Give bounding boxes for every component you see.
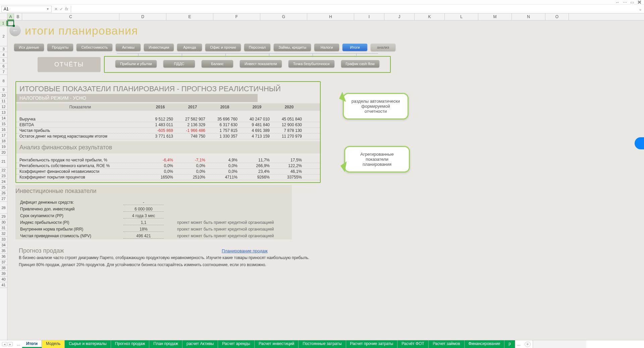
row-header-12[interactable]: 12: [0, 104, 7, 110]
row-header-31[interactable]: 31: [0, 225, 7, 231]
row-header-30[interactable]: 30: [0, 219, 7, 225]
row-header-19[interactable]: 19: [0, 144, 7, 150]
col-header-B[interactable]: B: [14, 13, 22, 20]
row-header-35[interactable]: 35: [0, 248, 7, 254]
row-header-20[interactable]: 20: [0, 150, 7, 155]
planning-sales-link[interactable]: Планирование продаж: [222, 248, 268, 253]
row-header-6[interactable]: 6: [0, 63, 7, 69]
cancel-icon[interactable]: ✕: [54, 7, 58, 11]
nav-Офис и прочие[interactable]: Офис и прочие: [205, 44, 240, 51]
row-header-14[interactable]: 14: [0, 115, 7, 121]
row-header-10[interactable]: 10: [0, 93, 7, 98]
expand-formula-icon[interactable]: ⌄: [637, 7, 644, 11]
col-header-M[interactable]: M: [478, 13, 512, 20]
col-header-F[interactable]: F: [213, 13, 260, 20]
row-header-9[interactable]: 9: [0, 87, 7, 93]
row-header-28[interactable]: 28: [0, 202, 7, 214]
row-header-7[interactable]: 7: [0, 69, 7, 75]
cell-value: 40 247 010: [241, 117, 273, 121]
row-header-1[interactable]: 1: [0, 20, 7, 26]
report-nav-Инвест показатели[interactable]: Инвест показатели: [240, 60, 282, 67]
row-header-40[interactable]: 40: [0, 277, 7, 282]
col-header-G[interactable]: G: [260, 13, 307, 20]
row-header-3[interactable]: 3: [0, 46, 7, 52]
report-nav-ПДДС[interactable]: ПДДС: [163, 60, 195, 67]
row-header-2[interactable]: 2: [0, 26, 7, 46]
row-header-26[interactable]: 26: [0, 190, 7, 196]
row-header-41[interactable]: 41: [0, 282, 7, 288]
row-header-17[interactable]: 17: [0, 133, 7, 138]
col-header-A[interactable]: A: [7, 13, 14, 20]
back-button[interactable]: ←: [9, 25, 21, 36]
row-header-29[interactable]: 29: [0, 214, 7, 219]
cell-value: 7 878 130: [273, 128, 305, 133]
col-header-L[interactable]: L: [445, 13, 478, 20]
confirm-icon[interactable]: ✓: [60, 7, 63, 11]
data-row: Чистая прибыль-605 869-1 966 4861 757 81…: [16, 128, 320, 134]
row-header-39[interactable]: 39: [0, 271, 7, 277]
col-header-C[interactable]: C: [22, 13, 119, 20]
row-header-21[interactable]: 21: [0, 155, 7, 167]
row-header-18[interactable]: 18: [0, 138, 7, 144]
col-header-J[interactable]: J: [384, 13, 415, 20]
row-header-13[interactable]: 13: [0, 110, 7, 115]
invest-row: Срок окупаемости (PP)4 года 3 мес: [15, 212, 292, 219]
nav-Займы, кредиты[interactable]: Займы, кредиты: [274, 44, 311, 51]
nav-Себестоимость[interactable]: Себестоимость: [76, 44, 112, 51]
col-header-K[interactable]: K: [415, 13, 445, 20]
row-header-24[interactable]: 24: [0, 179, 7, 185]
row-header-37[interactable]: 37: [0, 259, 7, 265]
row-header-5[interactable]: 5: [0, 58, 7, 63]
row-header-33[interactable]: 33: [0, 237, 7, 242]
nav-Аренда[interactable]: Аренда: [177, 44, 202, 51]
nav-анализ[interactable]: анализ: [371, 44, 395, 51]
col-header-D[interactable]: D: [119, 13, 166, 20]
resize-icon[interactable]: ↔: [615, 0, 620, 5]
col-header-E[interactable]: E: [166, 13, 213, 20]
row-header-4[interactable]: 4: [0, 52, 7, 58]
fx-icon[interactable]: fx: [65, 7, 68, 11]
invest-note: проект может быть принят кредитной орган…: [164, 220, 274, 225]
row-header-32[interactable]: 32: [0, 231, 7, 237]
row-header-15[interactable]: 15: [0, 121, 7, 127]
cell-value: 122,2%: [273, 163, 305, 168]
report-nav-Прибыли и убытки[interactable]: Прибыли и убытки: [115, 60, 157, 67]
nav-Итоги[interactable]: Итоги: [342, 44, 367, 51]
row-header-16[interactable]: 16: [0, 127, 7, 133]
row-header-34[interactable]: 34: [0, 242, 7, 248]
row-header-23[interactable]: 23: [0, 173, 7, 179]
report-nav-Точка безубыточноси[interactable]: Точка безубыточноси: [288, 60, 334, 67]
nav-Персонал[interactable]: Персонал: [244, 44, 271, 51]
nav-Инвестиции[interactable]: Инвестиции: [144, 44, 174, 51]
report-nav-Баланс[interactable]: Баланс: [202, 60, 233, 67]
nav-Продукты[interactable]: Продукты: [47, 44, 73, 51]
dropdown-icon[interactable]: ▼: [46, 7, 49, 11]
col-header-I[interactable]: I: [354, 13, 384, 20]
row-header-22[interactable]: 22: [0, 167, 7, 173]
formula-input[interactable]: [71, 6, 637, 12]
row-header-36[interactable]: 36: [0, 254, 7, 259]
col-header-N[interactable]: N: [512, 13, 545, 20]
side-fab-button[interactable]: [635, 137, 644, 149]
col-header-H[interactable]: H: [307, 13, 354, 20]
nav-Исх данные[interactable]: Исх данные: [14, 44, 44, 51]
select-all-corner[interactable]: [0, 13, 7, 20]
row-header-25[interactable]: 25: [0, 185, 7, 190]
restore-icon[interactable]: ▭: [630, 0, 634, 5]
spreadsheet-grid[interactable]: ← итоги планирования Исх данныеПродуктыС…: [7, 20, 644, 340]
sheet-area: 1234567891011121314151617181920212223242…: [0, 20, 644, 340]
close-icon[interactable]: 🗙: [637, 0, 641, 5]
nav-Активы[interactable]: Активы: [116, 44, 141, 51]
row-header-27[interactable]: 27: [0, 196, 7, 202]
row-header-38[interactable]: 38: [0, 265, 7, 271]
invest-row: Внутренняя норма прибыли (IRR)18%проект …: [15, 226, 292, 233]
row-header-11[interactable]: 11: [0, 98, 7, 104]
row-header-8[interactable]: 8: [0, 75, 7, 87]
cell-value: 0,0%: [144, 169, 176, 174]
more-icon[interactable]: ⋯: [623, 0, 627, 5]
invest-value: 18%: [123, 227, 164, 232]
nav-Налоги[interactable]: Налоги: [314, 44, 339, 51]
name-box[interactable]: A1 ▼: [1, 6, 52, 12]
report-nav-График cash flow[interactable]: График cash flow: [341, 60, 380, 67]
col-header-O[interactable]: O: [545, 13, 569, 20]
